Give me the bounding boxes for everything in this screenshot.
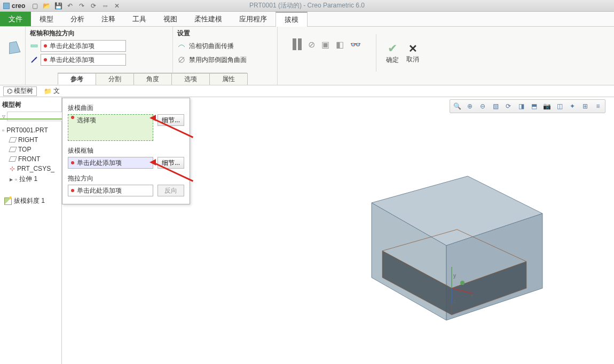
- menu-annotate[interactable]: 注释: [93, 12, 124, 26]
- tree-plane-right[interactable]: RIGHT: [2, 135, 59, 145]
- tree-extrude-1[interactable]: ▸ ▫ 拉伸 1: [2, 173, 59, 185]
- csys-icon: ⊹: [10, 165, 15, 172]
- tree-icon: ⌬: [7, 88, 12, 95]
- zoom-in-icon[interactable]: ⊕: [464, 101, 476, 112]
- reference-panel: 拔模曲面 选择项 细节... 拔模枢轴 单击此处添加项 细节... 拖拉方向 单…: [62, 98, 190, 204]
- draft-surfaces-field[interactable]: 选择项: [68, 114, 153, 141]
- menu-draft[interactable]: 拔模: [275, 12, 308, 27]
- quick-access-toolbar: ▢ 📂 💾 ↶ ↷ ⟳ ▫▫ ✕: [30, 2, 121, 10]
- perspective-icon[interactable]: ◫: [554, 101, 565, 112]
- zoom-out-icon[interactable]: ⊖: [477, 101, 489, 112]
- menu-application[interactable]: 应用程序: [231, 12, 275, 26]
- expand-icon[interactable]: ▸: [10, 176, 13, 183]
- menu-file[interactable]: 文件: [0, 12, 31, 26]
- dashboard-subtabs: 参考 分割 角度 选项 属性: [58, 73, 247, 85]
- ribbon: 枢轴和拖拉方向 单击此处添加项 单击此处添加项 设置 沿相切曲面传播 禁用内部倒…: [0, 27, 614, 85]
- annotation-arrow-1-head: [149, 115, 156, 121]
- refit-icon[interactable]: 🔍: [451, 101, 463, 112]
- no-icon[interactable]: ⊘: [308, 39, 315, 50]
- app-logo-icon: [3, 3, 10, 9]
- axis-x-label: x: [470, 293, 473, 299]
- draft-hinge-field[interactable]: 单击此处添加项: [68, 157, 153, 169]
- glasses-icon[interactable]: 👓: [350, 39, 361, 50]
- confirm-ok-button[interactable]: ✔ 确定: [386, 42, 399, 65]
- redo-icon[interactable]: ↷: [77, 2, 86, 10]
- camera-icon[interactable]: 📷: [541, 101, 553, 112]
- close-icon[interactable]: ✕: [113, 2, 121, 10]
- title-bar: creo ▢ 📂 💾 ↶ ↷ ⟳ ▫▫ ✕ PRT0001 (活动的) - Cr…: [0, 0, 614, 12]
- close-icon: ✕: [408, 42, 418, 55]
- svg-rect-1: [31, 45, 37, 47]
- axis-y-label: y: [453, 273, 456, 279]
- svg-point-15: [460, 281, 465, 285]
- ribbon-group-settings-title: 设置: [177, 29, 273, 38]
- tree-root[interactable]: ▫ PRT0001.PRT: [2, 125, 59, 135]
- hinge-input-2[interactable]: 单击此处添加项: [41, 54, 126, 66]
- extrude-icon: ▫: [15, 176, 17, 183]
- tab-model-tree[interactable]: ⌬ 模型树: [3, 86, 37, 96]
- hinge-icon: [30, 42, 38, 50]
- menu-view[interactable]: 视图: [155, 12, 186, 26]
- datum-display-icon[interactable]: ⊞: [579, 101, 591, 112]
- window-title: PRT0001 (活动的) - Creo Parametric 6.0: [249, 1, 365, 10]
- preview-icon[interactable]: ◧: [336, 39, 344, 50]
- hinge-input-1[interactable]: 单击此处添加项: [41, 40, 126, 52]
- save-icon[interactable]: 💾: [54, 2, 62, 10]
- pause-button[interactable]: [293, 38, 302, 50]
- confirm-area: ✔ 确定 ✕ 取消: [376, 34, 429, 72]
- menu-flex[interactable]: 柔性建模: [186, 12, 231, 26]
- box-icon[interactable]: ▣: [321, 39, 329, 50]
- folder-icon: 📁: [44, 88, 52, 95]
- menu-bar: 文件 模型 分析 注释 工具 视图 柔性建模 应用程序 拔模: [0, 12, 614, 27]
- undo-icon[interactable]: ↶: [66, 2, 74, 10]
- subtab-reference[interactable]: 参考: [58, 73, 96, 85]
- menu-analysis[interactable]: 分析: [62, 12, 93, 26]
- part-icon: ▫: [2, 126, 4, 134]
- subtab-options[interactable]: 选项: [171, 73, 210, 85]
- svg-marker-0: [7, 41, 20, 54]
- draft-hinge-label: 拔模枢轴: [68, 146, 184, 155]
- pull-direction-field[interactable]: 单击此处添加项: [68, 185, 153, 196]
- annotation-icon[interactable]: ✦: [566, 101, 578, 112]
- menu-tools[interactable]: 工具: [124, 12, 155, 26]
- navigator-tabs: ⌬ 模型树 📁 文: [0, 85, 614, 97]
- opt-tangent-propagate[interactable]: 沿相切曲面传播: [177, 40, 273, 52]
- new-icon[interactable]: ▢: [30, 2, 39, 10]
- tree-plane-top[interactable]: TOP: [2, 145, 59, 154]
- display-style-icon[interactable]: ◨: [515, 101, 527, 112]
- app-logo-text: creo: [12, 2, 25, 10]
- tree-plane-front[interactable]: FRONT: [2, 154, 59, 164]
- tree-csys[interactable]: ⊹PRT_CSYS_: [2, 164, 59, 173]
- direction-icon: [30, 56, 38, 64]
- annotation-arrow-2-head: [149, 159, 156, 165]
- pull-direction-label: 拖拉方向: [68, 174, 184, 183]
- subtab-angle[interactable]: 角度: [133, 73, 172, 85]
- tree-draft-feature[interactable]: 拔模斜度 1: [2, 195, 59, 207]
- regen-icon[interactable]: ⟳: [89, 2, 98, 10]
- draft-feature-icon: [4, 29, 23, 66]
- model-tree: ▫ PRT0001.PRT RIGHT TOP FRONT ⊹PRT_CSYS_…: [2, 125, 59, 185]
- repaint-icon[interactable]: ▧: [490, 101, 501, 112]
- draft-surfaces-label: 拔模曲面: [68, 104, 184, 113]
- layers-icon[interactable]: ≡: [592, 101, 604, 112]
- menu-model[interactable]: 模型: [31, 12, 62, 26]
- draft-surfaces-detail-button[interactable]: 细节...: [158, 114, 184, 126]
- check-icon: ✔: [388, 42, 397, 56]
- confirm-cancel-button[interactable]: ✕ 取消: [406, 42, 419, 64]
- ribbon-group-hinge-title: 枢轴和拖拉方向: [30, 29, 168, 38]
- subtab-properties[interactable]: 属性: [209, 73, 248, 85]
- plane-icon: [9, 156, 17, 162]
- plane-icon: [9, 147, 17, 152]
- model-tree-panel: 模型树 ▿ ▫ PRT0001.PRT RIGHT TOP FRONT ⊹PRT…: [0, 97, 62, 364]
- tab-folder[interactable]: 📁 文: [40, 86, 64, 96]
- view-toolbar: 🔍 ⊕ ⊖ ▧ ⟳ ◨ ⬒ 📷 ◫ ✦ ⊞ ≡: [450, 99, 605, 113]
- subtab-split[interactable]: 分割: [96, 73, 134, 85]
- window-icon[interactable]: ▫▫: [101, 2, 109, 10]
- model-tree-title: 模型树: [2, 100, 59, 109]
- draft-feature-icon: [4, 197, 12, 205]
- opt-disable-rounds[interactable]: 禁用内部倒圆角曲面: [177, 54, 273, 66]
- open-icon[interactable]: 📂: [42, 2, 51, 10]
- spin-icon[interactable]: ⟳: [502, 101, 514, 112]
- saved-view-icon[interactable]: ⬒: [528, 101, 540, 112]
- ribbon-group-icon: [0, 27, 26, 85]
